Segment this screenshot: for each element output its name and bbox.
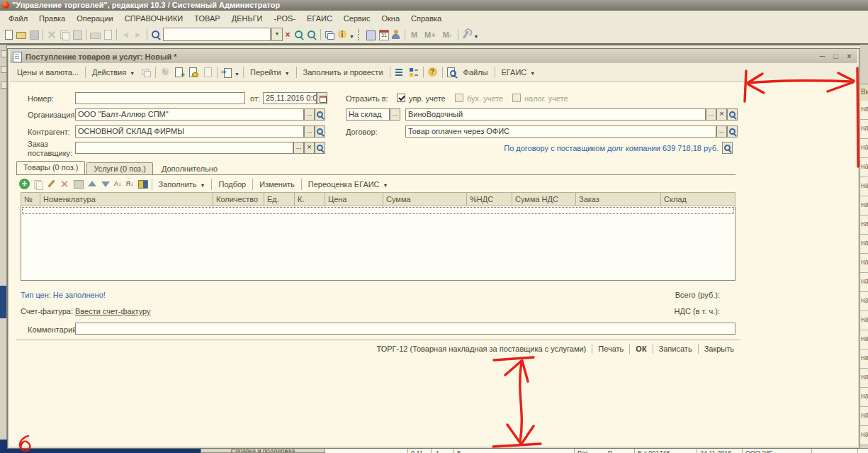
- contract-select-icon[interactable]: [716, 125, 727, 138]
- menu-operations[interactable]: Операции: [71, 13, 118, 24]
- cut-icon[interactable]: [46, 29, 57, 40]
- output-document-icon[interactable]: [221, 67, 232, 78]
- tab-goods[interactable]: Товары (0 поз.): [16, 161, 85, 174]
- menu-help[interactable]: Справка: [405, 13, 447, 24]
- warehouse-clear-icon[interactable]: [716, 108, 727, 121]
- settings-wrench-icon[interactable]: [461, 29, 473, 40]
- menu-money[interactable]: ДЕНЬГИ: [226, 13, 269, 24]
- help-icon[interactable]: ?: [427, 67, 439, 78]
- open-icon[interactable]: [16, 29, 27, 40]
- windows-list-icon[interactable]: [324, 29, 335, 40]
- prices-currency-button[interactable]: Цены и валюта...: [13, 67, 83, 78]
- fill-button[interactable]: Заполнить: [154, 179, 210, 190]
- find-next-icon[interactable]: [306, 29, 317, 40]
- organization-input[interactable]: ООО "Балт-Аллюр СПМ": [75, 108, 304, 121]
- tab-services[interactable]: Услуги (0 поз.): [86, 162, 152, 174]
- move-down-icon[interactable]: [100, 179, 111, 189]
- col-number[interactable]: №: [21, 192, 40, 206]
- user-permissions-icon[interactable]: [390, 29, 402, 40]
- search-icon[interactable]: [150, 29, 162, 40]
- menu-directories[interactable]: СПРАВОЧНИКИ: [119, 13, 189, 24]
- ok-button[interactable]: ОК: [630, 343, 652, 354]
- new-document-icon[interactable]: [3, 29, 14, 40]
- menu-pos[interactable]: -POS-: [269, 13, 302, 24]
- copy-icon[interactable]: [59, 29, 70, 40]
- number-input[interactable]: [75, 92, 245, 104]
- files-button[interactable]: Файлы: [459, 67, 492, 78]
- unpost-document-icon[interactable]: [202, 67, 213, 78]
- forward-icon[interactable]: ►: [133, 29, 144, 40]
- sort-descending-icon[interactable]: Я↓: [126, 179, 134, 189]
- print-icon[interactable]: [89, 29, 101, 40]
- checklist-icon[interactable]: [408, 67, 419, 78]
- save-icon[interactable]: [28, 29, 40, 40]
- menu-edit[interactable]: Правка: [33, 13, 71, 24]
- col-price[interactable]: Цена: [325, 192, 383, 206]
- memory-plus-button[interactable]: М+: [421, 30, 439, 39]
- date-calendar-icon[interactable]: [317, 92, 327, 104]
- menu-windows[interactable]: Окна: [376, 13, 406, 24]
- col-order[interactable]: Заказ: [576, 192, 661, 206]
- management-accounting-checkbox[interactable]: [397, 94, 405, 102]
- date-input[interactable]: 25.11.2016 0:00:00: [263, 92, 317, 104]
- edit-row-icon[interactable]: [46, 179, 57, 189]
- memory-recall-button[interactable]: М: [407, 30, 421, 39]
- maximize-icon[interactable]: □: [830, 52, 841, 62]
- delete-row-icon[interactable]: [60, 179, 70, 189]
- back-icon[interactable]: ◄: [120, 29, 131, 40]
- col-coefficient[interactable]: К.: [295, 192, 325, 206]
- menu-egais[interactable]: ЕГАИС: [301, 13, 338, 24]
- list-settings-icon[interactable]: [394, 67, 405, 78]
- change-button[interactable]: Изменить: [255, 179, 299, 190]
- items-table-body[interactable]: [21, 206, 735, 281]
- supplier-order-select-icon[interactable]: [293, 142, 304, 154]
- info-icon[interactable]: i: [337, 29, 348, 40]
- post-document-icon[interactable]: [188, 67, 199, 78]
- tab-additional[interactable]: Дополнительно: [154, 162, 225, 174]
- files-icon[interactable]: [446, 67, 458, 78]
- supplier-order-input[interactable]: [75, 142, 293, 154]
- warehouse-select-icon[interactable]: [706, 108, 716, 121]
- warehouse-mode-select-icon[interactable]: [390, 108, 400, 121]
- counterparty-select-icon[interactable]: [304, 125, 315, 138]
- menu-goods[interactable]: ТОВАР: [188, 13, 225, 24]
- enter-invoice-link[interactable]: Ввести счет-фактуру: [75, 307, 151, 315]
- find-previous-icon[interactable]: [293, 29, 305, 40]
- price-grid-icon[interactable]: [137, 179, 148, 189]
- book-accounting-checkbox[interactable]: [455, 94, 463, 102]
- pick-button[interactable]: Подбор: [214, 179, 250, 190]
- torg12-print-button[interactable]: ТОРГ-12 (Товарная накладная за поставщик…: [371, 343, 592, 354]
- output-dropdown-icon[interactable]: ▼: [235, 72, 239, 77]
- contract-input[interactable]: Товар оплачен через ОФИС: [405, 125, 716, 138]
- close-button[interactable]: Закрыть: [699, 343, 740, 354]
- structure-icon[interactable]: [140, 67, 152, 78]
- col-quantity[interactable]: Количество: [213, 192, 264, 206]
- col-unit[interactable]: Ед.: [264, 192, 295, 206]
- info-dropdown-icon[interactable]: ▼: [349, 34, 354, 39]
- col-warehouse[interactable]: Склад: [661, 192, 735, 206]
- table-icon[interactable]: [365, 29, 376, 40]
- debt-details-icon[interactable]: [722, 142, 733, 154]
- write-button[interactable]: Записать: [653, 343, 698, 354]
- supplier-order-open-icon[interactable]: [315, 142, 325, 154]
- minimize-icon[interactable]: ─: [817, 52, 828, 62]
- move-up-icon[interactable]: [86, 179, 97, 189]
- warehouse-input[interactable]: ВиноВодочный: [405, 108, 706, 121]
- print-preview-icon[interactable]: [102, 29, 113, 40]
- egais-revaluation-button[interactable]: Переоценка ЕГАИС: [304, 179, 393, 190]
- menu-file[interactable]: Файл: [3, 13, 33, 24]
- calendar-icon[interactable]: 31: [378, 29, 389, 40]
- tax-accounting-checkbox[interactable]: [512, 94, 521, 102]
- organization-open-icon[interactable]: [315, 108, 325, 121]
- col-vat-percent[interactable]: %НДС: [467, 192, 512, 206]
- col-nomenclature[interactable]: Номенклатура: [40, 192, 213, 206]
- supplier-order-clear-icon[interactable]: [304, 142, 315, 154]
- egais-button[interactable]: ЕГАИС: [497, 67, 540, 78]
- finish-editing-icon[interactable]: [73, 179, 84, 189]
- menu-service[interactable]: Сервис: [338, 13, 376, 24]
- paste-icon[interactable]: [72, 29, 83, 40]
- quick-search-input[interactable]: [163, 28, 271, 41]
- memory-minus-button[interactable]: М-: [439, 30, 456, 39]
- sort-ascending-icon[interactable]: А↓: [114, 179, 122, 189]
- copy-document-icon[interactable]: [174, 67, 185, 78]
